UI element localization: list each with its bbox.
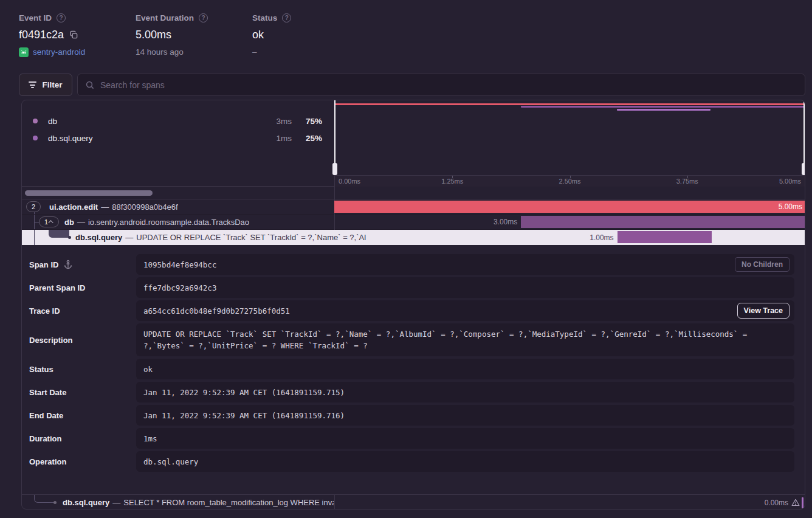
filter-button-label: Filter: [42, 80, 62, 89]
horizontal-scrollbar[interactable]: [25, 190, 153, 196]
copy-icon[interactable]: [69, 30, 78, 40]
field-label: Status: [29, 365, 53, 374]
event-id-section: Event ID ? f0491c2a sentry-an: [19, 13, 85, 57]
span-description: SELECT * FROM room_table_modification_lo…: [123, 498, 334, 507]
parent-span-id-value: ffe7dbc92a6942c3: [143, 283, 216, 292]
field-span-id: Span ID 1095bd4ef8e94bcc No Children: [29, 254, 794, 275]
span-children-pill[interactable]: 2: [26, 201, 41, 212]
legend-item-db-sql-query[interactable]: db.sql.query 1ms 25%: [33, 130, 322, 147]
field-label: Parent Span ID: [29, 283, 85, 292]
help-icon[interactable]: ?: [199, 13, 208, 22]
span-bar: 5.00ms: [334, 201, 805, 213]
field-label: Duration: [29, 434, 61, 443]
axis-tick: 5.00ms: [779, 178, 801, 185]
legend-op-name: db.sql.query: [48, 134, 93, 143]
field-label: Span ID: [29, 260, 58, 269]
search-input[interactable]: [100, 80, 797, 90]
span-id-value: 1095bd4ef8e94bcc: [143, 260, 216, 269]
span-detail-panel: Span ID 1095bd4ef8e94bcc No Children Par…: [22, 245, 805, 494]
minimap-handle-right[interactable]: [803, 100, 805, 175]
no-children-badge: No Children: [735, 257, 790, 272]
span-description: UPDATE OR REPLACE `Track` SET `TrackId` …: [136, 233, 366, 242]
description-value: UPDATE OR REPLACE `Track` SET `TrackId` …: [143, 330, 747, 350]
search-icon: [85, 80, 95, 90]
field-duration: Duration 1ms: [29, 428, 794, 449]
event-id-label: Event ID: [19, 13, 52, 22]
minimap-bar-db: [521, 106, 805, 108]
span-bar: [618, 231, 712, 243]
minimap-bar-root: [335, 103, 805, 105]
span-description: 88f300998a0b4e6f: [112, 202, 177, 212]
span-description: io.sentry.android.roomsample.data.Tracks…: [88, 218, 249, 227]
axis-tick: 2.50ms: [559, 178, 580, 185]
span-search[interactable]: [77, 74, 805, 96]
event-duration-label: Event Duration: [136, 13, 194, 22]
span-duration-label: 5.00ms: [779, 202, 802, 211]
span-duration-label: 1.00ms: [590, 230, 613, 245]
legend-item-db[interactable]: db 3ms 75%: [33, 112, 322, 130]
status-subtext: –: [252, 47, 257, 57]
operation-field-value: db.sql.query: [143, 457, 198, 466]
span-row-db-sql-query-selected[interactable]: db.sql.query — UPDATE OR REPLACE `Track`…: [22, 230, 805, 245]
end-date-value: Jan 11, 2022 9:52:39 AM CET (1641891159.…: [143, 411, 345, 420]
trace-id-value: a654cc61dc0b48ef9d0b27275b6f0d51: [143, 306, 290, 316]
time-axis: 0.00ms 1.25ms 2.50ms 3.75ms 5.00ms: [335, 175, 805, 187]
minimap-bar-sql: [617, 109, 711, 111]
android-icon: [19, 47, 29, 57]
event-duration-section: Event Duration ? 5.00ms 14 hours ago: [136, 13, 208, 57]
status-label: Status: [252, 13, 277, 22]
span-duration-label: 3.00ms: [494, 215, 517, 229]
span-row-db-sql-query-select[interactable]: db.sql.query — SELECT * FROM room_table_…: [22, 494, 805, 509]
field-label: End Date: [29, 411, 63, 420]
minimap-handle-left[interactable]: [334, 100, 335, 175]
field-start-date: Start Date Jan 11, 2022 9:52:39 AM CET (…: [29, 382, 794, 402]
span-row-ui-action-edit[interactable]: 2 ui.action.edit — 88f300998a0b4e6f 5.00…: [22, 199, 805, 215]
status-field-value: ok: [143, 365, 153, 374]
tree-scrollbar-row: [22, 187, 805, 199]
field-trace-id: Trace ID a654cc61dc0b48ef9d0b27275b6f0d5…: [29, 300, 794, 321]
event-time-ago: 14 hours ago: [136, 47, 184, 57]
span-op: ui.action.edit: [49, 202, 98, 212]
view-trace-button[interactable]: View Trace: [737, 303, 790, 319]
help-icon[interactable]: ?: [282, 13, 291, 22]
span-op: db.sql.query: [75, 233, 122, 242]
field-description: Description UPDATE OR REPLACE `Track` SE…: [29, 323, 794, 356]
status-section: Status ? ok –: [252, 13, 291, 57]
legend-op-duration: 3ms: [264, 117, 292, 126]
warning-icon: [791, 499, 800, 506]
field-label: Start Date: [29, 388, 66, 397]
op-color-dot: [33, 119, 38, 123]
axis-tick: 1.25ms: [441, 178, 463, 185]
field-operation: Operation db.sql.query: [29, 451, 794, 472]
field-parent-span-id: Parent Span ID ffe7dbc92a6942c3: [29, 277, 794, 298]
field-status: Status ok: [29, 359, 794, 379]
legend-op-percent: 25%: [292, 134, 322, 143]
event-duration-value: 5.00ms: [136, 29, 171, 41]
span-row-db[interactable]: 1 db — io.sentry.android.roomsample.data…: [22, 215, 805, 230]
help-icon[interactable]: ?: [57, 13, 66, 22]
span-duration-label: 0.00ms: [765, 499, 788, 507]
legend-op-percent: 75%: [292, 117, 322, 126]
field-label: Description: [29, 336, 73, 345]
axis-tick: 3.75ms: [676, 178, 698, 185]
span-waterfall: db 3ms 75% db.sql.query 1ms 25%: [21, 100, 805, 509]
field-label: Trace ID: [29, 306, 60, 316]
span-op: db: [64, 218, 74, 227]
timeline-minimap[interactable]: 0.00ms 1.25ms 2.50ms 3.75ms 5.00ms: [335, 100, 805, 187]
axis-tick: 0.00ms: [339, 178, 360, 185]
zero-duration-span-tick: [802, 497, 803, 508]
span-bar: [521, 216, 805, 228]
legend-op-duration: 1ms: [264, 134, 292, 143]
filter-button[interactable]: Filter: [19, 74, 72, 96]
filter-icon: [29, 81, 36, 88]
field-label: Operation: [29, 457, 66, 466]
waterfall-header: db 3ms 75% db.sql.query 1ms 25%: [22, 100, 805, 187]
anchor-icon[interactable]: [63, 260, 73, 269]
minimap-track: [335, 100, 805, 175]
op-color-dot: [33, 136, 38, 140]
status-value: ok: [252, 29, 264, 41]
span-children-pill[interactable]: 1: [39, 216, 59, 227]
project-link[interactable]: sentry-android: [19, 47, 85, 57]
legend-op-name: db: [48, 117, 57, 126]
duration-field-value: 1ms: [143, 434, 157, 443]
